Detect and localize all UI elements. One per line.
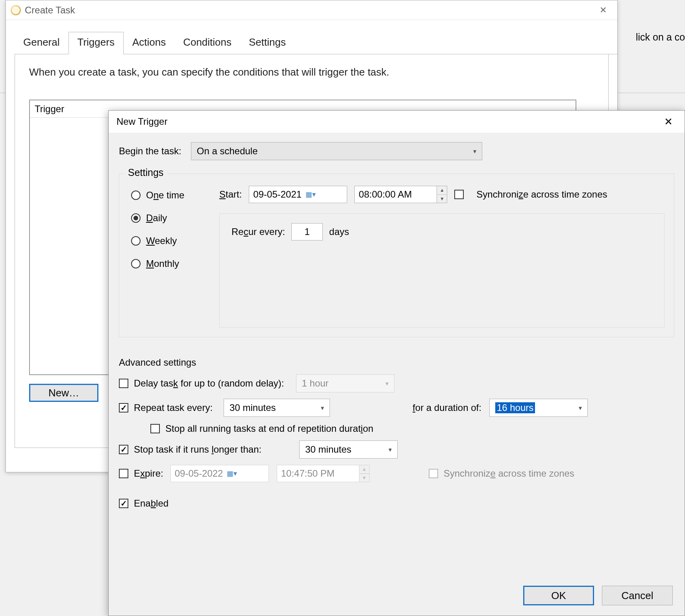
begin-task-label: Begin the task: — [119, 146, 181, 157]
stop-all-label: Stop all running tasks at end of repetit… — [165, 423, 373, 434]
start-date-input[interactable]: 09-05-2021 ▦▾ — [249, 186, 347, 203]
expire-time-value: 10:47:50 PM — [281, 468, 335, 479]
enabled-checkbox[interactable] — [119, 499, 128, 508]
time-spinner: ▲▼ — [359, 465, 370, 482]
time-spinner[interactable]: ▲▼ — [437, 186, 447, 203]
start-label: Start: — [219, 189, 242, 200]
window-title: Create Task — [25, 5, 75, 16]
cancel-button[interactable]: Cancel — [602, 586, 673, 605]
begin-task-select[interactable]: On a schedule ▾ — [191, 142, 482, 160]
repeat-checkbox[interactable] — [119, 403, 128, 413]
tab-triggers[interactable]: Triggers — [68, 32, 124, 54]
close-icon[interactable]: ✕ — [594, 2, 613, 18]
duration-value: 16 hours — [495, 402, 535, 413]
begin-task-value: On a schedule — [197, 146, 258, 157]
radio-label: One time — [146, 190, 184, 201]
settings-group: Settings One time Daily Weekly Monthly S… — [119, 174, 674, 337]
calendar-icon: ▦▾ — [305, 190, 316, 199]
calendar-icon: ▦▾ — [227, 469, 237, 478]
radio-daily[interactable]: Daily — [131, 213, 217, 224]
triggers-description: When you create a task, you can specify … — [29, 66, 594, 78]
expire-date-value: 09-05-2022 — [175, 468, 223, 479]
delay-label: Delay task for up to (random delay): — [134, 378, 284, 389]
repeat-label: Repeat task every: — [134, 402, 213, 413]
start-date-value: 09-05-2021 — [253, 189, 302, 200]
recur-unit: days — [329, 226, 349, 237]
sync-timezones-expire-checkbox — [429, 469, 438, 478]
new-trigger-button[interactable]: New… — [29, 384, 98, 402]
radio-icon — [131, 259, 141, 268]
delay-checkbox[interactable] — [119, 379, 128, 388]
tab-actions[interactable]: Actions — [124, 32, 174, 54]
repeat-interval-value: 30 minutes — [230, 402, 276, 413]
chevron-down-icon: ▾ — [473, 148, 476, 155]
radio-weekly[interactable]: Weekly — [131, 235, 217, 246]
expire-checkbox[interactable] — [119, 469, 128, 478]
radio-icon — [131, 236, 141, 246]
ok-button[interactable]: OK — [523, 586, 594, 605]
settings-group-title: Settings — [124, 167, 167, 178]
enabled-label: Enabled — [134, 498, 168, 509]
duration-label: for a duration of: — [413, 402, 481, 413]
stop-all-checkbox[interactable] — [150, 424, 160, 433]
expire-label: Expire: — [134, 468, 163, 479]
radio-icon — [131, 191, 141, 200]
chevron-down-icon: ▾ — [579, 404, 582, 412]
sync-timezones-label: Synchronize across time zones — [476, 189, 607, 200]
titlebar: Create Task ✕ — [6, 0, 617, 20]
repeat-interval-select[interactable]: 30 minutes ▾ — [224, 399, 330, 417]
app-icon — [11, 5, 21, 15]
sync-timezones-expire-label: Synchronize across time zones — [444, 468, 574, 479]
stop-if-value: 30 minutes — [305, 444, 351, 455]
expire-date-input: 09-05-2022 ▦▾ — [170, 465, 269, 482]
chevron-down-icon: ▾ — [321, 404, 324, 412]
tabstrip: General Triggers Actions Conditions Sett… — [15, 32, 617, 54]
recur-label: Recur every: — [231, 226, 285, 237]
close-icon[interactable]: ✕ — [660, 114, 677, 129]
radio-label: Monthly — [146, 258, 179, 269]
dialog-titlebar: New Trigger ✕ — [109, 111, 685, 133]
radio-label: Weekly — [146, 235, 177, 246]
dialog-title: New Trigger — [117, 116, 167, 127]
expire-time-input: 10:47:50 PM — [277, 465, 359, 482]
start-time-value: 08:00:00 AM — [359, 189, 412, 200]
delay-value: 1 hour — [302, 378, 329, 389]
tab-settings[interactable]: Settings — [240, 32, 294, 54]
stop-if-checkbox[interactable] — [119, 445, 128, 454]
chevron-down-icon: ▾ — [389, 446, 392, 453]
chevron-down-icon: ▾ — [385, 380, 389, 387]
tab-conditions[interactable]: Conditions — [174, 32, 240, 54]
new-trigger-dialog: New Trigger ✕ Begin the task: On a sched… — [108, 110, 685, 616]
stop-if-label: Stop task if it runs longer than: — [134, 444, 261, 455]
radio-one-time[interactable]: One time — [131, 190, 217, 201]
duration-select[interactable]: 16 hours ▾ — [489, 399, 588, 417]
background-text: lick on a co — [636, 31, 685, 43]
tab-general[interactable]: General — [15, 32, 68, 54]
advanced-settings-heading: Advanced settings — [119, 357, 674, 368]
radio-label: Daily — [146, 213, 167, 224]
radio-monthly[interactable]: Monthly — [131, 258, 217, 269]
recur-input[interactable]: 1 — [291, 223, 323, 240]
radio-icon — [131, 213, 141, 223]
sync-timezones-checkbox[interactable] — [454, 190, 464, 199]
stop-if-select[interactable]: 30 minutes ▾ — [299, 440, 398, 459]
delay-select: 1 hour ▾ — [296, 374, 394, 392]
start-time-input[interactable]: 08:00:00 AM — [354, 186, 437, 203]
